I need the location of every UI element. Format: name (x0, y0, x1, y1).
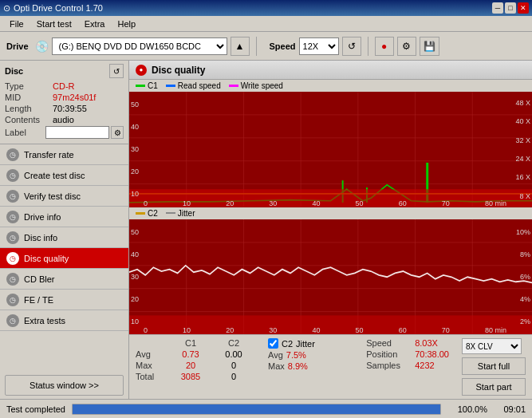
main-container: Disc ↺ Type CD-R MID 97m24s01f Length 70… (0, 61, 532, 399)
nav-icon-create: ◷ (6, 169, 19, 182)
avg-label: Avg (136, 349, 167, 359)
nav-disc-info[interactable]: ◷ Disc info (0, 227, 128, 248)
c1c2-stats: C1 C2 Avg 0.73 0.00 Max 20 0 Total 3085 … (136, 338, 254, 381)
disc-quality-header: ● Disc quality (129, 61, 532, 80)
total-c2: 0 (214, 372, 254, 381)
nav-fe-te[interactable]: ◷ FE / TE (0, 290, 128, 310)
jitter-stats: C2 Jitter Avg 7.5% Max 8.9% (268, 338, 315, 371)
jitter-legend-color (166, 212, 175, 215)
status-window-button[interactable]: Status window >> (5, 375, 124, 396)
menu-extra[interactable]: Extra (78, 18, 112, 30)
read-speed-legend-color (166, 85, 175, 87)
max-c1: 20 (171, 361, 211, 370)
close-button[interactable]: ✕ (518, 2, 529, 14)
samples-value: 4232 (415, 361, 434, 370)
jitter-checkbox[interactable] (268, 338, 278, 349)
c1-legend-color (136, 85, 145, 87)
disc-quality-icon: ● (136, 65, 147, 76)
nav-label-extra: Extra tests (24, 316, 65, 325)
chart2-area: 5040302010 10%8%6%4%2% 01020304050607080… (129, 219, 532, 335)
disc-label-edit-button[interactable]: ⚙ (111, 126, 124, 139)
speed-label: Speed (270, 41, 296, 51)
start-full-button[interactable]: Start full (462, 357, 526, 375)
nav-icon-disc-info: ◷ (6, 231, 19, 244)
progress-bar-container (72, 404, 441, 415)
disc-type-label: Type (5, 81, 53, 91)
menu-start-test[interactable]: Start test (30, 18, 78, 30)
nav-icon-verify: ◷ (6, 190, 19, 203)
color-button[interactable]: ● (375, 37, 394, 56)
max-label: Max (136, 361, 167, 370)
nav-label-create: Create test disc (24, 171, 85, 180)
toolbar: Drive 💿 (G:) BENQ DVD DD DW1650 BCDC ▲ S… (0, 32, 532, 61)
nav-label-transfer: Transfer rate (24, 150, 74, 160)
chart1-legend: C1 Read speed Write speed (129, 80, 532, 92)
c2-legend-label: C2 (148, 209, 158, 218)
position-value: 70:38.00 (415, 349, 449, 359)
progress-bar-fill (73, 404, 440, 414)
nav-transfer-rate[interactable]: ◷ Transfer rate (0, 144, 128, 165)
nav-drive-info[interactable]: ◷ Drive info (0, 207, 128, 227)
nav-icon-extra: ◷ (6, 314, 19, 327)
samples-label: Samples (366, 361, 410, 370)
jitter-max-val: 8.9% (288, 361, 308, 371)
disc-label-input[interactable] (45, 126, 109, 139)
read-speed-legend-label: Read speed (178, 81, 221, 90)
nav-label-cd-bler: CD Bler (24, 274, 55, 284)
titlebar-controls: ─ □ ✕ (492, 2, 529, 14)
save-button[interactable]: 💾 (420, 37, 439, 56)
titlebar: ⊙ Opti Drive Control 1.70 ─ □ ✕ (0, 0, 532, 16)
speed-setting-select[interactable]: 8X CLV (462, 338, 522, 354)
disc-type-value: CD-R (53, 81, 75, 91)
svg-rect-26 (129, 315, 532, 334)
eject-button[interactable]: ▲ (231, 37, 250, 56)
chart2-legend: C2 Jitter (129, 207, 532, 219)
nav-verify-test-disc[interactable]: ◷ Verify test disc (0, 186, 128, 207)
drive-icon: 💿 (35, 40, 49, 53)
disc-length-label: Length (5, 104, 53, 113)
nav-label-verify: Verify test disc (24, 191, 81, 201)
c1-header: C1 (171, 338, 211, 348)
disc-quality-title: Disc quality (152, 65, 205, 76)
menu-help[interactable]: Help (111, 18, 142, 30)
menu-file[interactable]: File (3, 18, 30, 30)
jitter-title: Jitter (296, 339, 315, 349)
minimize-button[interactable]: ─ (492, 2, 503, 14)
nav-icon-disc-quality: ◷ (6, 252, 19, 265)
write-speed-legend-label: Write speed (241, 81, 283, 90)
speed-select[interactable]: 12X (299, 37, 339, 55)
jitter-max-label: Max (268, 361, 285, 371)
start-part-button[interactable]: Start part (462, 378, 526, 396)
nav-disc-quality[interactable]: ◷ Disc quality (0, 248, 128, 269)
disc-refresh-button[interactable]: ↺ (109, 64, 124, 78)
stats-section: C1 C2 Avg 0.73 0.00 Max 20 0 Total 3085 … (129, 334, 532, 399)
sg-empty (136, 338, 167, 348)
nav-icon-cd-bler: ◷ (6, 273, 19, 286)
nav-cd-bler[interactable]: ◷ CD Bler (0, 269, 128, 290)
disc-contents-label: Contents (5, 115, 53, 124)
app-title: Opti Drive Control 1.70 (14, 3, 103, 13)
disc-length-value: 70:39:55 (53, 104, 87, 113)
right-stats-section: Speed 8.03X Position 70:38.00 Samples 42… (366, 338, 526, 396)
settings-button[interactable]: ⚙ (397, 37, 416, 56)
drive-select[interactable]: (G:) BENQ DVD DD DW1650 BCDC (52, 37, 227, 55)
nav-buttons: ◷ Transfer rate ◷ Create test disc ◷ Ver… (0, 144, 128, 372)
c1-legend-label: C1 (148, 81, 158, 90)
disc-mid-value: 97m24s01f (53, 93, 96, 102)
menubar: File Start test Extra Help (0, 16, 532, 32)
maximize-button[interactable]: □ (505, 2, 516, 14)
toolbar-separator (256, 37, 257, 56)
avg-c2: 0.00 (214, 349, 254, 359)
param-section: Speed 8.03X Position 70:38.00 Samples 42… (366, 338, 449, 370)
disc-mid-label: MID (5, 93, 53, 102)
refresh-button[interactable]: ↺ (342, 37, 361, 56)
nav-label-disc-quality: Disc quality (24, 254, 69, 263)
disc-label-label: Label (5, 128, 45, 137)
status-time: 09:01 (494, 404, 526, 414)
speed-value: 8.03X (415, 338, 438, 348)
nav-create-test-disc[interactable]: ◷ Create test disc (0, 165, 128, 186)
chart1-area: 5040302010 48 X40 X32 X24 X16 X8 X 01020… (129, 92, 532, 207)
nav-icon-drive: ◷ (6, 211, 19, 223)
avg-c1: 0.73 (171, 349, 211, 359)
nav-extra-tests[interactable]: ◷ Extra tests (0, 310, 128, 331)
